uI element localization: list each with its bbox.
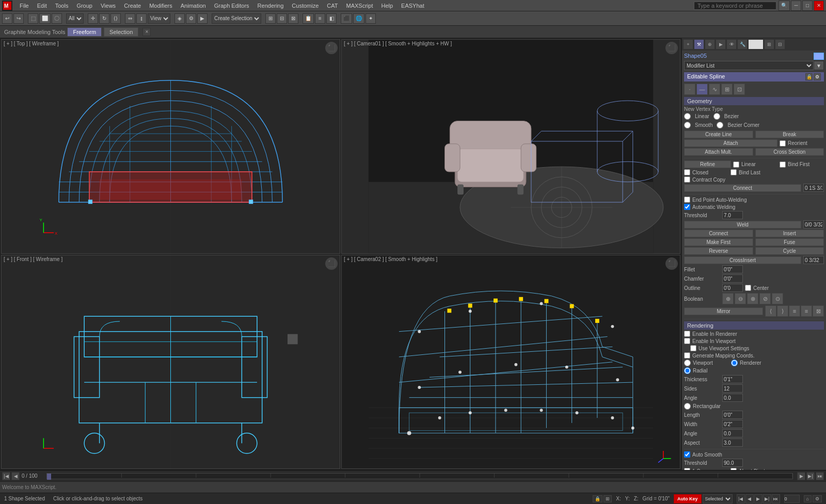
toolbar-mirror[interactable]: ⇔ [125, 13, 135, 24]
window-maximize[interactable]: □ [802, 1, 813, 11]
shape-color-swatch[interactable] [814, 53, 824, 60]
threshold2-input[interactable] [722, 211, 743, 219]
toolbar-scale[interactable]: ⟨⟩ [110, 13, 121, 24]
connect2-btn[interactable]: Connect [684, 230, 753, 237]
sides-input[interactable] [722, 384, 743, 393]
sub-obj-extra1[interactable]: ⊞ [721, 84, 733, 95]
viewport-front[interactable]: [ + ] [ Front ] [ Wireframe ] ⬛ [1, 255, 340, 469]
break-btn[interactable]: Break [755, 131, 824, 138]
bind-first-check[interactable] [780, 161, 786, 168]
cycle-btn[interactable]: Cycle [755, 247, 824, 255]
center-check[interactable] [745, 285, 751, 291]
panel-tab-extra1[interactable]: ⊞ [764, 39, 774, 50]
toolbar-snap[interactable]: ⊞ [265, 13, 276, 24]
bind-last-check[interactable] [730, 169, 737, 175]
toolbar-select-region[interactable]: ⬜ [39, 13, 51, 24]
auto-smooth-threshold-input[interactable] [722, 459, 743, 467]
insert-btn[interactable]: Insert [755, 230, 824, 237]
graphite-tab-freeform[interactable]: Freeform [67, 27, 102, 37]
playback-next[interactable]: ▶| [763, 494, 771, 503]
toolbar-redo[interactable]: ↪ [13, 13, 24, 24]
key-mode-select[interactable]: Selected [703, 494, 733, 503]
panel-tab-create[interactable]: + [683, 39, 693, 50]
toolbar-select[interactable]: ⬚ [28, 13, 38, 24]
panel-tab-motion[interactable]: ▶ [716, 39, 726, 50]
toolbar-environment[interactable]: 🌐 [353, 13, 364, 24]
connect-btn[interactable]: Connect [684, 184, 801, 192]
toolbar-render[interactable]: ▶ [197, 13, 208, 24]
absolute-mode-btn[interactable]: ⊞ [603, 495, 612, 502]
sub-obj-vertex[interactable]: · [684, 84, 695, 95]
toolbar-rotate[interactable]: ↻ [99, 13, 109, 24]
time-config-btn[interactable]: ⚙ [813, 495, 822, 502]
playback-prev[interactable]: ◀ [745, 494, 754, 503]
viewport-right[interactable]: [ + ] [ Camera01 ] [ Smooth + Highlights… [341, 39, 680, 254]
chamfer-input[interactable] [722, 274, 743, 283]
menu-create[interactable]: Create [120, 2, 145, 10]
end-point-auto-welding-check[interactable] [684, 197, 690, 203]
menu-edit[interactable]: Edit [33, 2, 51, 10]
reverse-btn[interactable]: Reverse [684, 247, 753, 255]
weld-input[interactable] [803, 220, 824, 229]
window-close[interactable]: ✕ [814, 1, 824, 11]
menu-rendering[interactable]: Rendering [253, 2, 288, 10]
panel-tab-utilities[interactable]: 🔧 [737, 39, 748, 50]
toolbar-material[interactable]: ◈ [174, 13, 185, 24]
copy-check[interactable] [684, 468, 690, 470]
toolbar-lasso[interactable]: 〇 [52, 13, 62, 24]
crossinsert-input[interactable] [803, 256, 824, 264]
timeline-prev-key[interactable]: |◀ [2, 472, 10, 480]
toolbar-effects[interactable]: ✦ [366, 13, 376, 24]
closed-check[interactable] [684, 169, 690, 175]
mirror-btn[interactable]: Mirror [684, 307, 763, 315]
fuse-btn[interactable]: Fuse [755, 238, 824, 246]
toolbar-move[interactable]: ✛ [88, 13, 98, 24]
toolbar-snap3d[interactable]: ⊠ [288, 13, 298, 24]
mirror-icon4[interactable]: ≡ [801, 305, 812, 317]
key-mode-btn[interactable]: ⌂ [804, 495, 812, 502]
mirror-icon5[interactable]: ⊠ [813, 305, 824, 317]
graphite-close[interactable]: × [142, 28, 151, 36]
timeline-next[interactable]: ▶ [797, 472, 805, 480]
width-input[interactable] [722, 420, 743, 428]
bool-icon3[interactable]: ⊗ [747, 293, 758, 304]
menu-cat[interactable]: CAT [323, 2, 342, 10]
menu-group[interactable]: Group [72, 2, 97, 10]
filter-select[interactable]: All [66, 13, 84, 24]
view-select[interactable]: View [148, 13, 170, 24]
panel-tab-display[interactable]: 👁 [726, 39, 737, 50]
automatic-welding-check[interactable] [684, 204, 690, 210]
timeline-prev[interactable]: ◀ [11, 472, 20, 480]
angle2-input[interactable] [722, 429, 743, 437]
bool-icon5[interactable]: ⊙ [772, 293, 783, 304]
outline-input[interactable] [722, 284, 743, 292]
selection-filter[interactable]: Create Selection [212, 13, 261, 24]
bool-icon4[interactable]: ⊘ [759, 293, 771, 304]
weld-btn[interactable]: Weld [684, 221, 801, 229]
menu-modifiers[interactable]: Modifiers [145, 2, 177, 10]
length-input[interactable] [722, 411, 743, 419]
radio-radial[interactable] [684, 367, 691, 374]
editable-spline-lock[interactable]: 🔒 [805, 73, 813, 80]
vp-right-icon[interactable]: ⬛ [665, 42, 678, 54]
radio-rectangular[interactable] [684, 403, 691, 410]
viewport-top[interactable]: [ + ] [ Top ] [ Wireframe ] ⬛ [1, 39, 340, 254]
fillet-input[interactable] [722, 265, 743, 273]
toolbar-snap2d[interactable]: ⊟ [277, 13, 287, 24]
playback-start[interactable]: |◀ [737, 494, 745, 503]
timeline-end[interactable]: ⏭ [816, 472, 824, 480]
auto-smooth-check[interactable] [684, 451, 690, 458]
radio-renderer[interactable] [731, 360, 738, 366]
toolbar-undo[interactable]: ↩ [2, 13, 12, 24]
timeline-next-key[interactable]: ▶| [806, 472, 815, 480]
search-input[interactable] [694, 2, 776, 10]
frame-input[interactable] [784, 495, 800, 503]
menu-easyhat[interactable]: EASYhat [397, 2, 428, 10]
sub-obj-segment[interactable]: — [696, 84, 708, 95]
radio-linear[interactable] [684, 113, 691, 120]
vp-top-icon[interactable]: ⬛ [325, 42, 338, 54]
radio-bezier[interactable] [713, 113, 720, 120]
playback-end[interactable]: ⏭ [772, 494, 780, 503]
playback-play[interactable]: ▶ [754, 494, 763, 503]
bool-icon2[interactable]: ⊖ [735, 293, 746, 304]
